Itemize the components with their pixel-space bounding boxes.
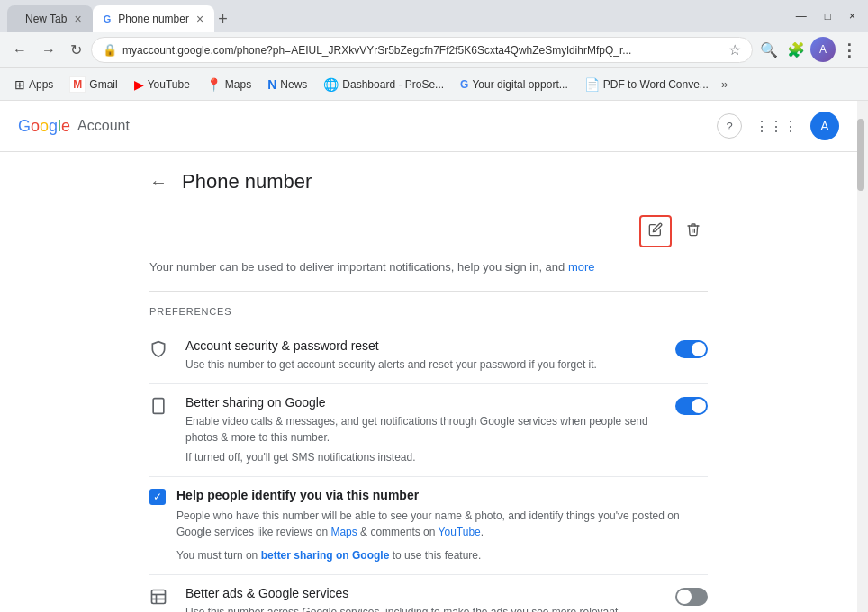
svg-rect-2 <box>152 590 166 603</box>
bookmark-gmail-label: Gmail <box>89 78 117 91</box>
forward-button[interactable]: → <box>36 39 61 62</box>
google-digital-icon: G <box>460 78 468 91</box>
pref-better-sharing-desc2: If turned off, you'll get SMS notificati… <box>185 449 661 465</box>
maximize-button[interactable]: □ <box>819 8 836 24</box>
bookmark-star-icon[interactable]: ☆ <box>728 41 741 58</box>
toggle-account-security[interactable] <box>675 340 708 358</box>
bookmark-gmail[interactable]: M Gmail <box>62 73 124 96</box>
bookmark-pdf[interactable]: 📄 PDF to Word Conve... <box>577 74 716 95</box>
help-identify-note: You must turn on better sharing on Googl… <box>176 547 708 563</box>
refresh-button[interactable]: ↻ <box>65 38 87 62</box>
google-account-header: Google Account ? ⋮⋮⋮ A <box>0 101 857 152</box>
page-title: Phone number <box>182 170 312 194</box>
pref-help-identify: ✓ Help people identify you via this numb… <box>149 477 708 575</box>
apps-grid-icon: ⊞ <box>14 77 25 92</box>
tab-close-newtab[interactable]: × <box>74 12 81 26</box>
description-main-text: Your number can be used to deliver impor… <box>149 260 568 274</box>
header-icons: ? ⋮⋮⋮ A <box>717 112 839 140</box>
pref-better-sharing-title: Better sharing on Google <box>185 395 661 410</box>
tab-favicon-phone: G <box>104 14 112 24</box>
phone-description: Your number can be used to deliver impor… <box>149 258 708 276</box>
page-back-button[interactable]: ← <box>149 172 167 193</box>
address-bar: ← → ↻ 🔒 myaccount.google.com/phone?ph=AE… <box>0 32 868 68</box>
youtube-link[interactable]: YouTube <box>439 526 481 538</box>
profile-avatar[interactable]: A <box>810 37 836 62</box>
new-tab-button[interactable]: + <box>214 6 231 32</box>
toggle-slider-sharing <box>675 397 708 415</box>
bookmark-news[interactable]: N News <box>260 74 314 95</box>
pref-better-ads-toggle[interactable] <box>675 588 708 608</box>
phone-page: ← Phone number <box>113 152 744 612</box>
scrollbar-thumb[interactable] <box>857 119 864 191</box>
svg-rect-0 <box>153 398 164 413</box>
shield-icon <box>149 340 167 358</box>
extensions-icon[interactable]: 🧩 <box>783 37 809 64</box>
preferences-section-label: PREFERENCES <box>149 306 708 317</box>
bookmark-maps[interactable]: 📍 Maps <box>199 74 258 95</box>
title-bar: New Tab × G Phone number × + — □ × <box>0 0 868 32</box>
edit-icon <box>648 222 663 237</box>
url-bar[interactable]: 🔒 myaccount.google.com/phone?ph=AEIUL_JR… <box>91 37 753 63</box>
description-more-link[interactable]: more <box>568 260 595 274</box>
maps-icon: 📍 <box>206 77 222 92</box>
lock-icon: 🔒 <box>103 43 117 57</box>
google-account-logo: Google Account <box>18 117 130 136</box>
toggle-slider-ads <box>675 588 708 606</box>
tab-close-phone[interactable]: × <box>196 12 203 26</box>
bookmark-youtube-label: YouTube <box>148 78 190 91</box>
scrollbar-track <box>857 101 868 612</box>
minimize-button[interactable]: — <box>791 8 812 24</box>
tab-label-phone: Phone number <box>118 13 189 25</box>
tab-new-tab[interactable]: New Tab × <box>7 5 93 32</box>
bookmark-pdf-label: PDF to Word Conve... <box>603 78 709 91</box>
help-button[interactable]: ? <box>717 113 742 139</box>
gmail-icon: M <box>69 76 86 93</box>
main-content: Google Account ? ⋮⋮⋮ A ← Phone number <box>0 101 857 612</box>
maps-link[interactable]: Maps <box>330 526 357 538</box>
bookmarks-bar: ⊞ Apps M Gmail ▶ YouTube 📍 Maps N News 🌐… <box>0 68 868 101</box>
bookmark-dashboard[interactable]: 🌐 Dashboard - ProSe... <box>316 74 451 95</box>
better-sharing-link[interactable]: better sharing on Google <box>261 549 390 562</box>
pref-account-security-desc: Use this number to get account security … <box>185 356 661 373</box>
edit-phone-button[interactable] <box>639 215 672 248</box>
apps-grid-button[interactable]: ⋮⋮⋮ <box>749 112 803 140</box>
tab-label-newtab: New Tab <box>25 13 67 25</box>
pref-better-ads-content: Better ads & Google services Use this nu… <box>185 586 661 613</box>
help-identify-content: Help people identify you via this number… <box>176 488 708 563</box>
youtube-icon: ▶ <box>134 77 144 92</box>
toggle-better-ads[interactable] <box>675 588 708 606</box>
bookmark-maps-label: Maps <box>225 78 251 91</box>
toggle-better-sharing[interactable] <box>675 397 708 415</box>
toggle-slider-security <box>675 340 708 358</box>
pref-account-security: Account security & password reset Use th… <box>149 328 708 384</box>
bookmark-google-digital[interactable]: G Your digital opport... <box>453 75 575 94</box>
help-identify-checkbox[interactable]: ✓ <box>149 489 166 505</box>
help-identify-desc: People who have this number will be able… <box>176 508 708 540</box>
user-avatar[interactable]: A <box>810 112 839 140</box>
pref-better-sharing-toggle[interactable] <box>675 397 708 418</box>
pref-account-security-content: Account security & password reset Use th… <box>185 338 661 373</box>
document-icon <box>149 588 167 606</box>
phone-icon <box>149 397 171 419</box>
more-bookmarks-icon[interactable]: » <box>718 77 731 91</box>
url-text: myaccount.google.com/phone?ph=AEIUL_JRXk… <box>122 44 723 57</box>
page-header: ← Phone number <box>149 170 708 194</box>
back-button[interactable]: ← <box>7 39 32 62</box>
menu-icon[interactable]: ⋮ <box>837 37 861 64</box>
bookmark-youtube[interactable]: ▶ YouTube <box>127 74 197 95</box>
page-container: Google Account ? ⋮⋮⋮ A ← Phone number <box>0 101 868 612</box>
pref-better-ads-title: Better ads & Google services <box>185 586 661 600</box>
close-button[interactable]: × <box>844 8 861 24</box>
pref-account-security-toggle[interactable] <box>675 340 708 361</box>
delete-phone-button[interactable] <box>679 215 708 248</box>
pref-better-ads: Better ads & Google services Use this nu… <box>149 575 708 613</box>
search-labs-icon[interactable]: 🔍 <box>756 37 782 64</box>
pref-better-sharing: Better sharing on Google Enable video ca… <box>149 384 708 477</box>
pdf-icon: 📄 <box>584 77 600 92</box>
address-bar-icons: 🔍 🧩 A ⋮ <box>756 37 861 64</box>
bookmark-apps[interactable]: ⊞ Apps <box>7 74 60 95</box>
pref-account-security-title: Account security & password reset <box>185 338 661 353</box>
tab-phone-number[interactable]: G Phone number × <box>93 5 214 32</box>
window-controls: — □ × <box>791 8 861 24</box>
pref-better-sharing-desc: Enable video calls & messages, and get n… <box>185 413 661 446</box>
